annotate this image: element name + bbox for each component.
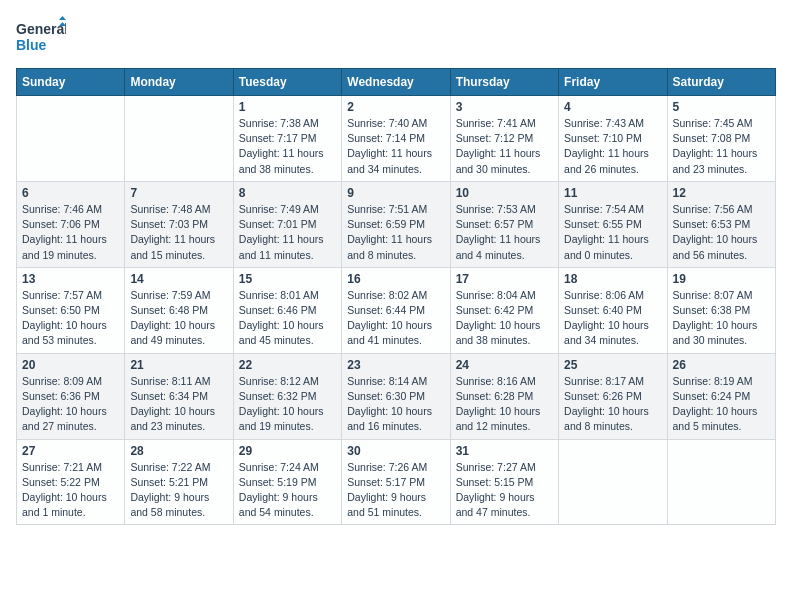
daylight-text: Daylight: 9 hours and 54 minutes. <box>239 490 336 520</box>
day-number: 30 <box>347 444 444 458</box>
day-info: Sunrise: 7:38 AMSunset: 7:17 PMDaylight:… <box>239 116 336 177</box>
calendar-cell: 29Sunrise: 7:24 AMSunset: 5:19 PMDayligh… <box>233 439 341 525</box>
calendar-cell: 20Sunrise: 8:09 AMSunset: 6:36 PMDayligh… <box>17 353 125 439</box>
sunset-text: Sunset: 7:01 PM <box>239 217 336 232</box>
day-number: 28 <box>130 444 227 458</box>
sunset-text: Sunset: 6:59 PM <box>347 217 444 232</box>
calendar-cell: 17Sunrise: 8:04 AMSunset: 6:42 PMDayligh… <box>450 267 558 353</box>
calendar-cell <box>17 96 125 182</box>
sunset-text: Sunset: 5:15 PM <box>456 475 553 490</box>
daylight-text: Daylight: 11 hours and 8 minutes. <box>347 232 444 262</box>
day-number: 25 <box>564 358 661 372</box>
sunrise-text: Sunrise: 7:49 AM <box>239 202 336 217</box>
calendar-cell <box>125 96 233 182</box>
column-header-saturday: Saturday <box>667 69 775 96</box>
day-number: 12 <box>673 186 770 200</box>
day-number: 27 <box>22 444 119 458</box>
day-info: Sunrise: 7:57 AMSunset: 6:50 PMDaylight:… <box>22 288 119 349</box>
calendar-cell: 13Sunrise: 7:57 AMSunset: 6:50 PMDayligh… <box>17 267 125 353</box>
sunrise-text: Sunrise: 8:06 AM <box>564 288 661 303</box>
daylight-text: Daylight: 11 hours and 23 minutes. <box>673 146 770 176</box>
sunset-text: Sunset: 7:10 PM <box>564 131 661 146</box>
daylight-text: Daylight: 10 hours and 49 minutes. <box>130 318 227 348</box>
sunset-text: Sunset: 6:28 PM <box>456 389 553 404</box>
day-number: 13 <box>22 272 119 286</box>
calendar-cell: 11Sunrise: 7:54 AMSunset: 6:55 PMDayligh… <box>559 181 667 267</box>
day-number: 7 <box>130 186 227 200</box>
column-header-tuesday: Tuesday <box>233 69 341 96</box>
calendar-cell: 16Sunrise: 8:02 AMSunset: 6:44 PMDayligh… <box>342 267 450 353</box>
daylight-text: Daylight: 10 hours and 38 minutes. <box>456 318 553 348</box>
calendar-week-row: 13Sunrise: 7:57 AMSunset: 6:50 PMDayligh… <box>17 267 776 353</box>
calendar-cell: 31Sunrise: 7:27 AMSunset: 5:15 PMDayligh… <box>450 439 558 525</box>
sunset-text: Sunset: 6:30 PM <box>347 389 444 404</box>
sunrise-text: Sunrise: 7:48 AM <box>130 202 227 217</box>
calendar-cell: 23Sunrise: 8:14 AMSunset: 6:30 PMDayligh… <box>342 353 450 439</box>
calendar-cell: 21Sunrise: 8:11 AMSunset: 6:34 PMDayligh… <box>125 353 233 439</box>
daylight-text: Daylight: 11 hours and 19 minutes. <box>22 232 119 262</box>
sunrise-text: Sunrise: 8:14 AM <box>347 374 444 389</box>
daylight-text: Daylight: 10 hours and 45 minutes. <box>239 318 336 348</box>
column-header-friday: Friday <box>559 69 667 96</box>
sunrise-text: Sunrise: 7:53 AM <box>456 202 553 217</box>
day-info: Sunrise: 7:46 AMSunset: 7:06 PMDaylight:… <box>22 202 119 263</box>
day-info: Sunrise: 7:22 AMSunset: 5:21 PMDaylight:… <box>130 460 227 521</box>
day-number: 31 <box>456 444 553 458</box>
daylight-text: Daylight: 11 hours and 26 minutes. <box>564 146 661 176</box>
daylight-text: Daylight: 10 hours and 53 minutes. <box>22 318 119 348</box>
day-number: 4 <box>564 100 661 114</box>
day-info: Sunrise: 7:51 AMSunset: 6:59 PMDaylight:… <box>347 202 444 263</box>
day-info: Sunrise: 7:59 AMSunset: 6:48 PMDaylight:… <box>130 288 227 349</box>
calendar-week-row: 1Sunrise: 7:38 AMSunset: 7:17 PMDaylight… <box>17 96 776 182</box>
day-number: 21 <box>130 358 227 372</box>
calendar-cell: 14Sunrise: 7:59 AMSunset: 6:48 PMDayligh… <box>125 267 233 353</box>
day-info: Sunrise: 8:04 AMSunset: 6:42 PMDaylight:… <box>456 288 553 349</box>
day-info: Sunrise: 8:14 AMSunset: 6:30 PMDaylight:… <box>347 374 444 435</box>
sunset-text: Sunset: 6:42 PM <box>456 303 553 318</box>
logo: General Blue <box>16 16 66 58</box>
sunset-text: Sunset: 6:38 PM <box>673 303 770 318</box>
sunrise-text: Sunrise: 8:04 AM <box>456 288 553 303</box>
sunrise-text: Sunrise: 7:56 AM <box>673 202 770 217</box>
calendar-cell: 19Sunrise: 8:07 AMSunset: 6:38 PMDayligh… <box>667 267 775 353</box>
sunset-text: Sunset: 7:14 PM <box>347 131 444 146</box>
sunset-text: Sunset: 6:46 PM <box>239 303 336 318</box>
day-info: Sunrise: 7:27 AMSunset: 5:15 PMDaylight:… <box>456 460 553 521</box>
calendar-cell: 9Sunrise: 7:51 AMSunset: 6:59 PMDaylight… <box>342 181 450 267</box>
day-number: 5 <box>673 100 770 114</box>
day-info: Sunrise: 7:43 AMSunset: 7:10 PMDaylight:… <box>564 116 661 177</box>
daylight-text: Daylight: 10 hours and 41 minutes. <box>347 318 444 348</box>
sunset-text: Sunset: 6:57 PM <box>456 217 553 232</box>
day-info: Sunrise: 7:24 AMSunset: 5:19 PMDaylight:… <box>239 460 336 521</box>
sunrise-text: Sunrise: 7:27 AM <box>456 460 553 475</box>
day-number: 19 <box>673 272 770 286</box>
day-number: 10 <box>456 186 553 200</box>
sunrise-text: Sunrise: 7:38 AM <box>239 116 336 131</box>
sunrise-text: Sunrise: 7:54 AM <box>564 202 661 217</box>
calendar-header-row: SundayMondayTuesdayWednesdayThursdayFrid… <box>17 69 776 96</box>
calendar-week-row: 6Sunrise: 7:46 AMSunset: 7:06 PMDaylight… <box>17 181 776 267</box>
sunrise-text: Sunrise: 8:11 AM <box>130 374 227 389</box>
calendar-cell: 4Sunrise: 7:43 AMSunset: 7:10 PMDaylight… <box>559 96 667 182</box>
day-info: Sunrise: 8:06 AMSunset: 6:40 PMDaylight:… <box>564 288 661 349</box>
day-info: Sunrise: 8:01 AMSunset: 6:46 PMDaylight:… <box>239 288 336 349</box>
sunrise-text: Sunrise: 7:24 AM <box>239 460 336 475</box>
calendar-cell: 30Sunrise: 7:26 AMSunset: 5:17 PMDayligh… <box>342 439 450 525</box>
daylight-text: Daylight: 11 hours and 30 minutes. <box>456 146 553 176</box>
calendar-cell: 10Sunrise: 7:53 AMSunset: 6:57 PMDayligh… <box>450 181 558 267</box>
day-number: 14 <box>130 272 227 286</box>
day-number: 2 <box>347 100 444 114</box>
sunrise-text: Sunrise: 7:43 AM <box>564 116 661 131</box>
daylight-text: Daylight: 11 hours and 38 minutes. <box>239 146 336 176</box>
day-number: 29 <box>239 444 336 458</box>
daylight-text: Daylight: 10 hours and 5 minutes. <box>673 404 770 434</box>
sunset-text: Sunset: 6:40 PM <box>564 303 661 318</box>
calendar-cell: 2Sunrise: 7:40 AMSunset: 7:14 PMDaylight… <box>342 96 450 182</box>
daylight-text: Daylight: 10 hours and 12 minutes. <box>456 404 553 434</box>
day-number: 9 <box>347 186 444 200</box>
day-number: 20 <box>22 358 119 372</box>
calendar-cell: 15Sunrise: 8:01 AMSunset: 6:46 PMDayligh… <box>233 267 341 353</box>
calendar-cell: 7Sunrise: 7:48 AMSunset: 7:03 PMDaylight… <box>125 181 233 267</box>
column-header-thursday: Thursday <box>450 69 558 96</box>
sunset-text: Sunset: 6:36 PM <box>22 389 119 404</box>
